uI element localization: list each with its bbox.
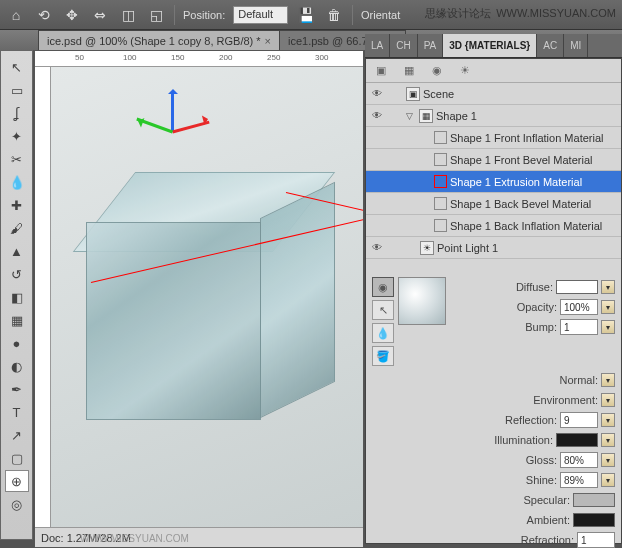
- prop-label: Ambient:: [498, 514, 570, 526]
- scale-icon[interactable]: ◫: [118, 5, 138, 25]
- filter-mesh-icon[interactable]: ▦: [400, 62, 418, 80]
- panel-tab-3d[interactable]: 3D {MATERIALS}: [443, 34, 537, 57]
- 3d-panel: ▣ ▦ ◉ ☀ 👁 ▣ Scene 👁 ▽ ▦ Shape 1 Shape 1 …: [365, 58, 622, 544]
- panel-tab-ch[interactable]: CH: [390, 34, 417, 57]
- canvas-area: 50 100 150 200 250 300 Doc: 1.27M/28.2M: [34, 50, 364, 548]
- disclosure-icon[interactable]: ▽: [406, 111, 416, 121]
- prop-label: Reflection:: [485, 414, 557, 426]
- 3d-rotate-tool-icon[interactable]: ⊕: [5, 470, 29, 492]
- ice-cube-3d[interactable]: [86, 172, 336, 432]
- texture-menu-icon[interactable]: ▾: [601, 453, 615, 467]
- material-row[interactable]: Shape 1 Front Bevel Material: [366, 149, 621, 171]
- filter-light-icon[interactable]: ☀: [456, 62, 474, 80]
- mat-tool-bucket-icon[interactable]: 🪣: [372, 346, 394, 366]
- texture-menu-icon[interactable]: ▾: [601, 320, 615, 334]
- visibility-icon[interactable]: 👁: [368, 239, 386, 257]
- reflection-input[interactable]: 9: [560, 412, 598, 428]
- visibility-icon[interactable]: 👁: [368, 107, 386, 125]
- gloss-input[interactable]: 80%: [560, 452, 598, 468]
- document-canvas[interactable]: [51, 67, 363, 527]
- mat-tool-drop-icon[interactable]: 💧: [372, 323, 394, 343]
- path-tool-icon[interactable]: ↗: [5, 424, 29, 446]
- specular-swatch[interactable]: [573, 493, 615, 507]
- marquee-tool-icon[interactable]: ▭: [5, 79, 29, 101]
- cube-icon[interactable]: ◱: [146, 5, 166, 25]
- eraser-tool-icon[interactable]: ◧: [5, 286, 29, 308]
- ambient-swatch[interactable]: [573, 513, 615, 527]
- texture-menu-icon[interactable]: ▾: [601, 433, 615, 447]
- row-label: Point Light 1: [437, 242, 498, 254]
- slide-icon[interactable]: ⇔: [90, 5, 110, 25]
- blur-tool-icon[interactable]: ●: [5, 332, 29, 354]
- texture-menu-icon[interactable]: ▾: [601, 373, 615, 387]
- row-label: Shape 1 Back Bevel Material: [450, 198, 591, 210]
- material-row[interactable]: Shape 1 Back Inflation Material: [366, 215, 621, 237]
- type-tool-icon[interactable]: T: [5, 401, 29, 423]
- panel-tab-pa[interactable]: PA: [418, 34, 444, 57]
- row-label: Shape 1 Back Inflation Material: [450, 220, 602, 232]
- tool-palette: ↖ ▭ ʆ ✦ ✂ 💧 ✚ 🖌 ▲ ↺ ◧ ▦ ● ◐ ✒ T ↗ ▢ ⊕ ◎: [0, 50, 33, 540]
- texture-menu-icon[interactable]: ▾: [601, 280, 615, 294]
- watermark-top: 思缘设计论坛 WWW.MISSYUAN.COM: [425, 6, 616, 21]
- material-row[interactable]: Shape 1 Back Bevel Material: [366, 193, 621, 215]
- doc-tab-label: ice.psd @ 100% (Shape 1 copy 8, RGB/8) *: [47, 35, 261, 47]
- scene-root-row[interactable]: 👁 ▣ Scene: [366, 83, 621, 105]
- visibility-icon[interactable]: 👁: [368, 85, 386, 103]
- doc-tab-active[interactable]: ice.psd @ 100% (Shape 1 copy 8, RGB/8) *…: [38, 30, 280, 50]
- texture-menu-icon[interactable]: ▾: [601, 413, 615, 427]
- rotate-icon[interactable]: ⟲: [34, 5, 54, 25]
- material-icon: [434, 197, 447, 210]
- wand-tool-icon[interactable]: ✦: [5, 125, 29, 147]
- shape-row[interactable]: 👁 ▽ ▦ Shape 1: [366, 105, 621, 127]
- position-select[interactable]: Default: [233, 6, 288, 24]
- orientation-label: Orientat: [361, 9, 400, 21]
- illumination-swatch[interactable]: [556, 433, 598, 447]
- scene-tree: 👁 ▣ Scene 👁 ▽ ▦ Shape 1 Shape 1 Front In…: [366, 83, 621, 273]
- shape-tool-icon[interactable]: ▢: [5, 447, 29, 469]
- row-label: Shape 1 Front Bevel Material: [450, 154, 592, 166]
- prop-label: Illumination:: [481, 434, 553, 446]
- panel-tab-mi[interactable]: MI: [564, 34, 588, 57]
- position-label: Position:: [183, 9, 225, 21]
- delete-view-icon[interactable]: 🗑: [324, 5, 344, 25]
- mat-tool-sphere-icon[interactable]: ◉: [372, 277, 394, 297]
- stamp-tool-icon[interactable]: ▲: [5, 240, 29, 262]
- diffuse-swatch[interactable]: [556, 280, 598, 294]
- shine-input[interactable]: 89%: [560, 472, 598, 488]
- texture-menu-icon[interactable]: ▾: [601, 393, 615, 407]
- material-row[interactable]: Shape 1 Front Inflation Material: [366, 127, 621, 149]
- crop-tool-icon[interactable]: ✂: [5, 148, 29, 170]
- filter-scene-icon[interactable]: ▣: [372, 62, 390, 80]
- ruler-horizontal: 50 100 150 200 250 300: [35, 51, 363, 67]
- 3d-camera-tool-icon[interactable]: ◎: [5, 493, 29, 515]
- material-icon: [434, 175, 447, 188]
- dodge-tool-icon[interactable]: ◐: [5, 355, 29, 377]
- opacity-input[interactable]: 100%: [560, 299, 598, 315]
- eyedropper-tool-icon[interactable]: 💧: [5, 171, 29, 193]
- close-icon[interactable]: ×: [265, 35, 271, 47]
- lasso-tool-icon[interactable]: ʆ: [5, 102, 29, 124]
- filter-material-icon[interactable]: ◉: [428, 62, 446, 80]
- history-brush-icon[interactable]: ↺: [5, 263, 29, 285]
- prop-label: Refraction:: [502, 534, 574, 546]
- save-view-icon[interactable]: 💾: [296, 5, 316, 25]
- mat-tool-select-icon[interactable]: ↖: [372, 300, 394, 320]
- panel-tab-ac[interactable]: AC: [537, 34, 564, 57]
- pen-tool-icon[interactable]: ✒: [5, 378, 29, 400]
- refraction-input[interactable]: 1: [577, 532, 615, 548]
- texture-menu-icon[interactable]: ▾: [601, 473, 615, 487]
- texture-menu-icon[interactable]: ▾: [601, 300, 615, 314]
- panel-tab-la[interactable]: LA: [365, 34, 390, 57]
- move-tool-icon[interactable]: ↖: [5, 56, 29, 78]
- prop-label: Shine:: [485, 474, 557, 486]
- heal-tool-icon[interactable]: ✚: [5, 194, 29, 216]
- row-label: Shape 1: [436, 110, 477, 122]
- material-row-selected[interactable]: Shape 1 Extrusion Material: [366, 171, 621, 193]
- pan-icon[interactable]: ✥: [62, 5, 82, 25]
- gradient-tool-icon[interactable]: ▦: [5, 309, 29, 331]
- home-icon[interactable]: ⌂: [6, 5, 26, 25]
- light-row[interactable]: 👁 ☀ Point Light 1: [366, 237, 621, 259]
- bump-input[interactable]: 1: [560, 319, 598, 335]
- material-preview[interactable]: [398, 277, 446, 325]
- brush-tool-icon[interactable]: 🖌: [5, 217, 29, 239]
